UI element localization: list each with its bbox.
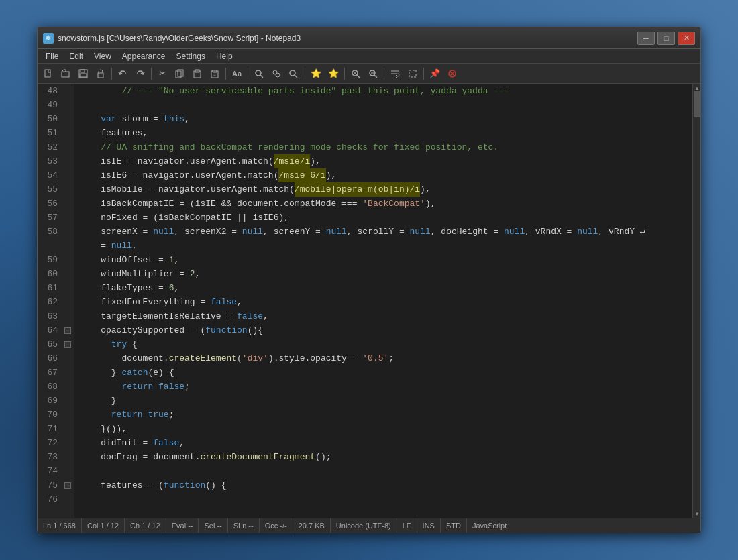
zoom-out-button[interactable] bbox=[365, 66, 381, 81]
status-col: Col 1 / 12 bbox=[82, 518, 125, 533]
code-line-50: var storm = this, bbox=[80, 112, 687, 126]
status-eval: Eval -- bbox=[166, 518, 199, 533]
clear-button[interactable] bbox=[444, 66, 460, 81]
svg-point-12 bbox=[256, 70, 261, 76]
status-encoding: Unicode (UTF-8) bbox=[331, 518, 397, 533]
copy-button[interactable] bbox=[172, 66, 188, 81]
menu-settings[interactable]: Settings bbox=[171, 50, 211, 62]
code-line-58-cont: = null, bbox=[80, 239, 687, 253]
code-line-59: windOffset = 1, bbox=[80, 253, 687, 267]
code-line-73: docFrag = document.createDocumentFragmen… bbox=[80, 450, 687, 464]
menu-help[interactable]: Help bbox=[211, 50, 238, 62]
paste-button[interactable] bbox=[189, 66, 205, 81]
code-container: 48 49 50 51 52 53 54 55 56 57 58 59 60 6… bbox=[38, 84, 700, 518]
code-line-71: }()), bbox=[80, 422, 687, 436]
paste-special-button[interactable]: + bbox=[207, 66, 223, 81]
svg-rect-4 bbox=[80, 74, 87, 77]
maximize-button[interactable]: □ bbox=[657, 32, 675, 45]
code-line-61: flakeTypes = 6, bbox=[80, 281, 687, 295]
undo-button[interactable] bbox=[115, 66, 131, 81]
save-button[interactable] bbox=[75, 66, 91, 81]
status-le: LF bbox=[397, 518, 417, 533]
code-line-56: isBackCompatIE = (isIE && document.compa… bbox=[80, 197, 687, 211]
code-line-53: isIE = navigator.userAgent.match(/msie/i… bbox=[80, 154, 687, 168]
scrollbar-thumb[interactable] bbox=[694, 91, 700, 117]
app-icon: ❄ bbox=[43, 33, 54, 44]
code-line-51: features, bbox=[80, 126, 687, 140]
svg-point-15 bbox=[276, 73, 280, 77]
bookmark-button[interactable]: ⭐ bbox=[308, 66, 324, 81]
code-line-74 bbox=[80, 464, 687, 478]
svg-line-24 bbox=[374, 75, 377, 78]
status-ch: Ch 1 / 12 bbox=[125, 518, 166, 533]
minimize-button[interactable]: ─ bbox=[637, 32, 655, 45]
window-title: snowstorm.js [C:\Users\Randy\OlderGeeks\… bbox=[58, 34, 637, 43]
svg-rect-3 bbox=[81, 70, 85, 72]
lock-button[interactable] bbox=[93, 66, 109, 81]
svg-rect-28 bbox=[409, 70, 416, 77]
svg-point-17 bbox=[290, 70, 295, 76]
scroll-down-arrow[interactable]: ▼ bbox=[693, 510, 700, 518]
svg-rect-0 bbox=[45, 70, 50, 77]
menu-view[interactable]: View bbox=[89, 50, 117, 62]
svg-rect-1 bbox=[62, 72, 69, 77]
menu-edit[interactable]: Edit bbox=[64, 50, 89, 62]
statusbar: Ln 1 / 668 Col 1 / 12 Ch 1 / 12 Eval -- … bbox=[38, 518, 700, 533]
status-sln: SLn -- bbox=[228, 518, 260, 533]
status-ln: Ln 1 / 668 bbox=[43, 518, 82, 533]
code-line-72: didInit = false, bbox=[80, 436, 687, 450]
replace-button[interactable] bbox=[268, 66, 284, 81]
zoom-in-button[interactable] bbox=[348, 66, 364, 81]
code-line-69: } bbox=[80, 394, 687, 408]
editor-window: ❄ snowstorm.js [C:\Users\Randy\OlderGeek… bbox=[37, 27, 701, 533]
window-controls: ─ □ ✕ bbox=[637, 32, 695, 45]
code-line-49 bbox=[80, 98, 687, 112]
code-line-48: // --- "No user-serviceable parts inside… bbox=[80, 84, 687, 98]
svg-line-13 bbox=[260, 75, 263, 78]
code-line-55: isMobile = navigator.userAgent.match(/mo… bbox=[80, 182, 687, 197]
code-line-58: screenX = null, screenX2 = null, screenY… bbox=[80, 225, 687, 239]
code-editor[interactable]: // --- "No user-serviceable parts inside… bbox=[74, 84, 692, 518]
status-ins: INS bbox=[417, 518, 441, 533]
code-line-64: opacitySupported = (function(){ bbox=[80, 323, 687, 337]
code-line-70: return true; bbox=[80, 408, 687, 422]
redo-button[interactable] bbox=[132, 66, 148, 81]
new-button[interactable] bbox=[40, 66, 56, 81]
svg-text:+: + bbox=[213, 73, 216, 77]
menu-file[interactable]: File bbox=[40, 50, 64, 62]
font-button[interactable]: Aa bbox=[229, 66, 245, 81]
code-line-57: noFixed = (isBackCompatIE || isIE6), bbox=[80, 211, 687, 225]
wordwrap-button[interactable] bbox=[387, 66, 403, 81]
menu-appearance[interactable]: Appearance bbox=[117, 50, 171, 62]
find-files-button[interactable] bbox=[286, 66, 302, 81]
line-numbers: 48 49 50 51 52 53 54 55 56 57 58 59 60 6… bbox=[38, 84, 74, 518]
svg-rect-5 bbox=[98, 73, 103, 78]
svg-line-20 bbox=[357, 75, 360, 78]
toolbar: ✂ + Aa ⭐ ⭐ bbox=[38, 64, 700, 84]
pin-button[interactable]: 📌 bbox=[427, 66, 443, 81]
status-lang: JavaScript bbox=[467, 518, 512, 533]
menubar: File Edit View Appearance Settings Help bbox=[38, 49, 700, 64]
bookmark-prev-button[interactable]: ⭐ bbox=[325, 66, 341, 81]
svg-line-18 bbox=[295, 75, 297, 78]
code-line-68: return false; bbox=[80, 380, 687, 394]
status-sel: Sel -- bbox=[199, 518, 227, 533]
code-line-54: isIE6 = navigator.userAgent.match(/msie … bbox=[80, 168, 687, 182]
open-button[interactable] bbox=[58, 66, 74, 81]
block-select-button[interactable] bbox=[405, 66, 421, 81]
find-button[interactable] bbox=[251, 66, 267, 81]
code-line-65: try { bbox=[80, 337, 687, 351]
code-line-62: fixedForEverything = false, bbox=[80, 295, 687, 309]
close-button[interactable]: ✕ bbox=[678, 32, 695, 45]
status-occ: Occ -/- bbox=[260, 518, 293, 533]
code-line-76 bbox=[80, 492, 687, 506]
code-line-52: // UA sniffing and backCompat rendering … bbox=[80, 140, 687, 154]
code-line-67: } catch(e) { bbox=[80, 366, 687, 380]
code-line-66: document.createElement('div').style.opac… bbox=[80, 351, 687, 366]
code-line-63: targetElementIsRelative = false, bbox=[80, 309, 687, 323]
vertical-scrollbar[interactable]: ▲ ▼ bbox=[692, 84, 700, 518]
cut-button[interactable]: ✂ bbox=[154, 66, 170, 81]
code-line-60: windMultiplier = 2, bbox=[80, 267, 687, 281]
status-std: STD bbox=[441, 518, 467, 533]
code-lines: // --- "No user-serviceable parts inside… bbox=[74, 84, 692, 506]
